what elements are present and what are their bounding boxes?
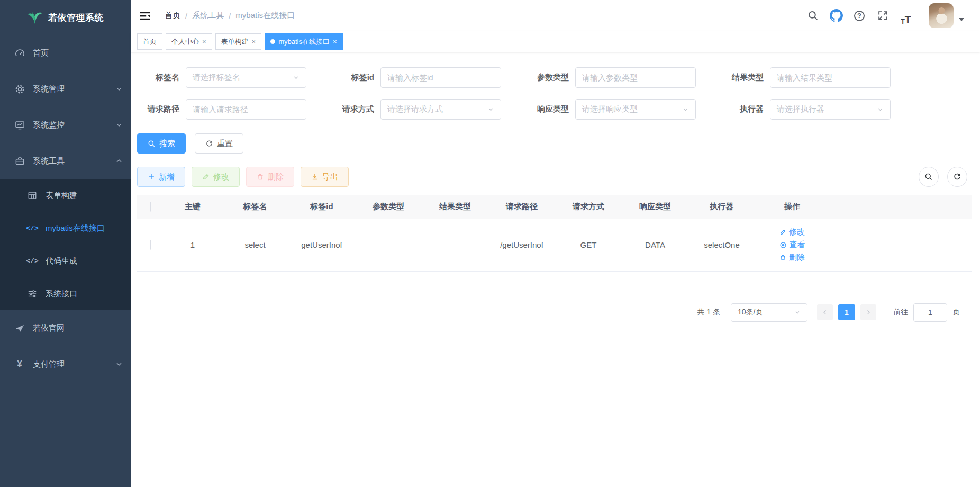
github-icon[interactable] <box>827 7 845 25</box>
tab-label: 首页 <box>143 37 157 47</box>
close-icon[interactable]: × <box>202 38 206 45</box>
field-label: 参数类型 <box>527 73 569 83</box>
table-toolbar: 新增 修改 <box>137 167 972 187</box>
filter-response-type: 响应类型 请选择响应类型 <box>527 99 696 120</box>
filter-row-2: 请求路径 请求方式 请选择请求方式 响应类型 请选择响应类型 <box>137 99 972 120</box>
col-header-executor: 执行器 <box>688 195 755 219</box>
page-size-select[interactable]: 10条/页 <box>731 303 807 322</box>
cell-path: /getUserInof <box>488 219 555 271</box>
add-button[interactable]: 新增 <box>137 167 185 187</box>
export-button[interactable]: 导出 <box>301 167 349 187</box>
magnifier-icon <box>148 140 156 148</box>
request-path-input[interactable] <box>186 99 306 120</box>
search-button[interactable]: 搜索 <box>137 133 186 154</box>
result-type-input[interactable] <box>770 67 891 88</box>
sidebar-item-payment-manage[interactable]: ¥ 支付管理 <box>0 346 131 382</box>
select-all-checkbox[interactable] <box>150 202 151 212</box>
edit-icon <box>202 173 210 181</box>
yen-icon: ¥ <box>14 359 25 369</box>
table-grid-icon <box>26 190 38 201</box>
chevron-down-icon <box>116 361 122 367</box>
page-number-button[interactable]: 1 <box>838 304 855 320</box>
goto-page-input[interactable] <box>913 303 947 322</box>
chevron-down-icon <box>116 122 122 128</box>
row-checkbox[interactable] <box>150 240 151 250</box>
help-icon[interactable]: ? <box>850 7 868 25</box>
next-page-button[interactable] <box>860 304 876 320</box>
fullscreen-icon[interactable] <box>874 7 892 25</box>
breadcrumb-home[interactable]: 首页 <box>165 11 180 21</box>
code-icon: </> <box>26 223 38 233</box>
sidebar-toggle-icon[interactable] <box>138 9 152 23</box>
search-icon[interactable] <box>804 7 822 25</box>
sidebar-item-label: 系统接口 <box>46 289 122 299</box>
tag-name-select[interactable]: 请选择标签名 <box>186 67 306 88</box>
row-view-link[interactable]: 查看 <box>779 240 805 250</box>
request-method-select[interactable]: 请选择请求方式 <box>380 99 501 120</box>
param-type-input[interactable] <box>575 67 696 88</box>
tab-label: 表单构建 <box>221 37 249 47</box>
row-edit-link[interactable]: 修改 <box>779 227 805 237</box>
field-label: 响应类型 <box>527 104 569 114</box>
font-size-icon[interactable]: TT <box>897 7 915 25</box>
trash-icon <box>257 173 264 181</box>
sidebar-item-home[interactable]: 首页 <box>0 35 131 71</box>
tab-form-builder[interactable]: 表单构建 × <box>215 33 262 50</box>
active-tab-dot <box>270 39 275 44</box>
paper-plane-icon <box>14 323 25 333</box>
avatar <box>929 3 954 28</box>
tab-mybatis-online-api[interactable]: mybatis在线接口 × <box>265 33 342 50</box>
response-type-select[interactable]: 请选择响应类型 <box>575 99 696 120</box>
field-label: 标签名 <box>137 73 179 83</box>
tab-label: mybatis在线接口 <box>278 37 330 47</box>
sidebar-item-system-manage[interactable]: 系统管理 <box>0 71 131 107</box>
sidebar-item-ruoyi-website[interactable]: 若依官网 <box>0 310 131 346</box>
show-search-toggle-button[interactable] <box>919 167 939 187</box>
filter-request-path: 请求路径 <box>137 99 306 120</box>
col-header-actions: 操作 <box>755 195 829 219</box>
filter-tag-name: 标签名 请选择标签名 <box>137 67 306 88</box>
cell-tag-name: select <box>222 219 288 271</box>
sidebar-item-system-monitor[interactable]: 系统监控 <box>0 107 131 143</box>
dashboard-icon <box>14 48 25 58</box>
tag-id-input[interactable] <box>380 67 501 88</box>
sidebar-item-code-generator[interactable]: </> 代码生成 <box>0 245 131 277</box>
cell-method: GET <box>555 219 622 271</box>
col-header-filler <box>829 195 972 219</box>
tab-profile[interactable]: 个人中心 × <box>166 33 212 50</box>
sidebar-item-label: 表单构建 <box>46 191 122 201</box>
field-label: 标签id <box>332 73 374 83</box>
sidebar-item-form-builder[interactable]: 表单构建 <box>0 179 131 212</box>
refresh-table-button[interactable] <box>947 167 967 187</box>
app-root: 若依管理系统 首页 系统管理 <box>0 0 980 487</box>
prev-page-button[interactable] <box>817 304 833 320</box>
pagination: 共 1 条 10条/页 1 前往 页 <box>137 303 972 322</box>
reset-button[interactable]: 重置 <box>195 133 243 154</box>
sidebar-item-label: 系统管理 <box>33 84 116 94</box>
row-select-cell <box>137 219 164 271</box>
cell-actions: 修改 查看 <box>755 219 829 271</box>
top-navbar: 首页 / 系统工具 / mybatis在线接口 ? <box>131 0 980 31</box>
row-delete-link[interactable]: 删除 <box>779 252 805 263</box>
tab-home[interactable]: 首页 <box>137 33 162 50</box>
col-header-method: 请求方式 <box>555 195 622 219</box>
user-avatar[interactable] <box>929 3 964 28</box>
breadcrumb-separator: / <box>229 11 231 20</box>
executor-select[interactable]: 请选择执行器 <box>770 99 891 120</box>
sidebar-item-system-api[interactable]: 系统接口 <box>0 277 131 310</box>
select-placeholder: 请选择请求方式 <box>387 104 443 114</box>
chevron-down-icon <box>682 106 689 113</box>
close-icon[interactable]: × <box>333 38 337 45</box>
select-all-header <box>137 195 164 219</box>
cell-response-type: DATA <box>622 219 688 271</box>
chevron-down-icon <box>293 74 300 81</box>
cell-executor: selectOne <box>688 219 755 271</box>
sidebar-item-system-tools[interactable]: 系统工具 <box>0 143 131 179</box>
delete-button[interactable]: 删除 <box>246 167 294 187</box>
edit-button[interactable]: 修改 <box>192 167 240 187</box>
page-unit-label: 页 <box>952 308 960 317</box>
sidebar-item-mybatis-online-api[interactable]: </> mybatis在线接口 <box>0 212 131 245</box>
toolbar-right <box>919 167 972 187</box>
sidebar-item-label: 若依官网 <box>33 323 122 333</box>
close-icon[interactable]: × <box>252 38 256 45</box>
